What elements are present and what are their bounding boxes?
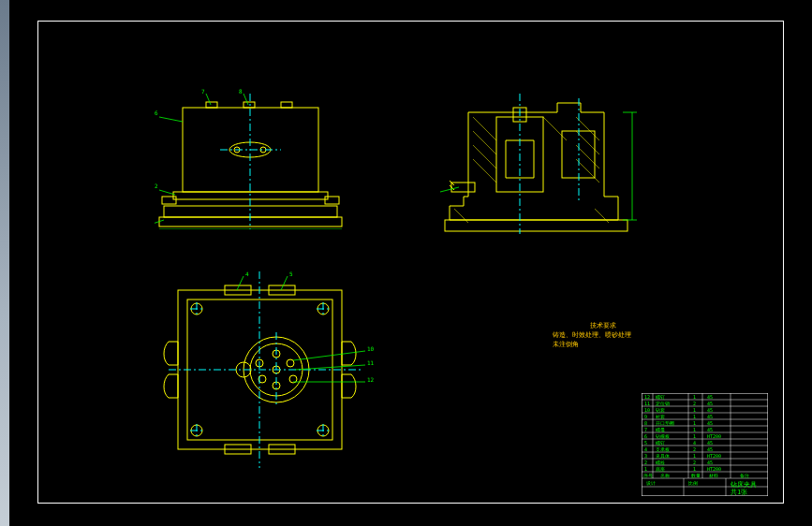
svg-text:2: 2 (693, 446, 696, 452)
svg-text:9: 9 (644, 414, 647, 419)
svg-line-85 (295, 365, 365, 370)
svg-text:技术要求: 技术要求 (589, 322, 616, 329)
svg-text:45: 45 (707, 460, 713, 465)
svg-text:12: 12 (367, 376, 375, 383)
svg-text:5: 5 (289, 271, 293, 277)
svg-text:45: 45 (707, 440, 713, 446)
side-section-drawing: 3 (440, 89, 656, 239)
svg-text:材料: 材料 (708, 473, 718, 478)
svg-text:2: 2 (155, 183, 158, 189)
svg-line-28 (473, 145, 496, 168)
svg-rect-40 (451, 183, 475, 192)
svg-text:8: 8 (239, 89, 243, 95)
svg-text:1: 1 (693, 414, 696, 419)
svg-line-29 (473, 159, 496, 183)
svg-text:7: 7 (644, 427, 647, 432)
svg-text:45: 45 (707, 414, 713, 419)
svg-text:1: 1 (693, 466, 696, 472)
svg-text:11: 11 (644, 401, 650, 406)
svg-line-36 (595, 209, 609, 223)
svg-text:6: 6 (155, 110, 158, 116)
svg-text:10: 10 (367, 345, 375, 352)
svg-text:比例: 比例 (688, 480, 698, 486)
svg-line-14 (159, 117, 183, 122)
svg-text:铸造、时效处理、喷砂处理: 铸造、时效处理、喷砂处理 (553, 331, 631, 339)
svg-text:45: 45 (707, 407, 713, 413)
svg-text:备注: 备注 (740, 473, 749, 478)
svg-line-35 (454, 209, 468, 223)
svg-text:衬套: 衬套 (656, 414, 665, 419)
svg-text:支承板: 支承板 (656, 446, 670, 452)
top-view-drawing: 4 5 10 11 12 (155, 271, 389, 468)
svg-text:螺钉: 螺钉 (656, 394, 665, 400)
spec-notes: 技术要求 铸造、时效处理、喷砂处理 未注倒角 (553, 318, 693, 356)
svg-text:名称: 名称 (660, 473, 670, 478)
svg-text:4: 4 (644, 446, 647, 452)
svg-text:1: 1 (693, 420, 696, 426)
front-view-drawing: 6 7 8 2 1 (155, 89, 370, 229)
svg-text:10: 10 (644, 407, 650, 413)
svg-text:2: 2 (693, 460, 696, 465)
svg-line-79 (237, 276, 244, 290)
svg-text:5: 5 (644, 440, 647, 446)
svg-text:45: 45 (707, 394, 713, 400)
svg-text:45: 45 (707, 427, 713, 432)
svg-text:钻套: 钻套 (655, 407, 665, 413)
svg-point-69 (287, 359, 294, 367)
svg-text:钻床夹具: 钻床夹具 (730, 481, 757, 489)
svg-text:共1张: 共1张 (731, 489, 747, 496)
svg-rect-4 (206, 102, 217, 108)
svg-text:螺母: 螺母 (656, 427, 665, 432)
svg-text:HT200: HT200 (707, 433, 721, 439)
svg-text:1: 1 (693, 427, 696, 432)
svg-text:HT200: HT200 (707, 466, 721, 472)
svg-line-16 (206, 94, 211, 105)
svg-text:2: 2 (693, 401, 696, 406)
svg-text:1: 1 (693, 394, 696, 400)
svg-line-20 (159, 190, 175, 195)
svg-text:45: 45 (707, 401, 713, 406)
svg-line-46 (440, 187, 459, 192)
cad-canvas[interactable]: 6 7 8 2 1 (9, 0, 812, 526)
svg-text:钻模板: 钻模板 (655, 433, 670, 439)
svg-line-18 (244, 94, 248, 105)
svg-text:7: 7 (201, 89, 205, 95)
svg-text:底座: 底座 (656, 466, 665, 472)
svg-text:1: 1 (693, 433, 696, 439)
svg-text:开口垫圈: 开口垫圈 (656, 420, 674, 426)
svg-line-81 (281, 276, 288, 290)
svg-rect-25 (445, 220, 627, 231)
svg-line-27 (473, 131, 496, 154)
svg-rect-10 (162, 197, 176, 204)
svg-line-32 (576, 131, 599, 154)
svg-line-33 (576, 145, 599, 168)
svg-line-30 (543, 117, 567, 140)
svg-text:8: 8 (644, 420, 647, 426)
svg-text:45: 45 (707, 446, 713, 452)
svg-rect-5 (244, 102, 255, 108)
svg-text:数量: 数量 (691, 473, 701, 478)
svg-text:3: 3 (644, 453, 647, 459)
svg-line-34 (576, 159, 599, 183)
svg-text:定位销: 定位销 (656, 401, 670, 406)
svg-text:1: 1 (693, 453, 696, 459)
svg-text:1: 1 (644, 466, 647, 472)
svg-text:2: 2 (644, 460, 647, 465)
svg-rect-11 (325, 197, 339, 204)
svg-line-31 (576, 117, 599, 140)
svg-text:4: 4 (245, 271, 249, 277)
svg-rect-6 (281, 102, 292, 108)
svg-text:HT200: HT200 (707, 453, 721, 459)
svg-text:螺栓: 螺栓 (656, 460, 665, 465)
svg-text:螺钉: 螺钉 (656, 440, 665, 446)
svg-text:11: 11 (367, 359, 375, 366)
svg-text:45: 45 (707, 420, 713, 426)
svg-text:设计: 设计 (646, 480, 656, 486)
svg-line-26 (473, 117, 496, 140)
svg-text:未注倒角: 未注倒角 (553, 341, 579, 348)
svg-text:4: 4 (693, 440, 696, 446)
svg-text:6: 6 (644, 433, 647, 439)
svg-text:夹具体: 夹具体 (656, 453, 670, 459)
svg-text:1: 1 (693, 407, 696, 413)
svg-text:12: 12 (644, 394, 650, 400)
